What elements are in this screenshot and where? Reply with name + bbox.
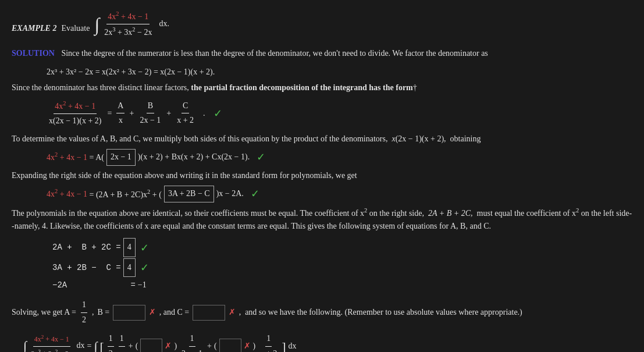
pf-lhs-den: x(2x − 1)(x + 2) [48, 114, 102, 127]
res-1-xp2-den: x + 2 [259, 347, 278, 352]
text2-line: Since the denominator has three distinct… [12, 81, 632, 94]
res-B-input[interactable] [140, 339, 162, 352]
pf-x: x [118, 113, 124, 127]
sys2-check: ✓ [140, 258, 149, 278]
pf-C: C [182, 99, 189, 113]
res-1-2xm1-den: 2x − 1 [180, 347, 204, 352]
res-C-input[interactable] [219, 339, 241, 352]
res-frac-den: 2x3 + 3x2 − 2x [30, 347, 74, 352]
eq2-lhs: 4x2 + 4x − 1 = A( [47, 150, 104, 164]
text4-line: Expanding the right side of the equation… [12, 169, 632, 182]
text5a: The polynomials in the equation above ar… [12, 209, 426, 218]
res-paren2-open: ( [214, 340, 217, 352]
B-xmark: ✗ [149, 306, 156, 319]
res-1-num: 1 [119, 332, 125, 346]
C-input[interactable] [193, 305, 225, 320]
integral-denominator: 2x3 + 3x2 − 2x [103, 24, 153, 39]
res-int1: ∫ 4x2 + 4x − 1 2x3 + 3x2 − 2x dx [23, 333, 85, 352]
res-1-den: x [119, 347, 125, 352]
res-bracket-close: ] [282, 336, 286, 352]
res-half-den: 2 [108, 347, 114, 352]
factoring-line: 2x³ + 3x² − 2x = x(2x² + 3x − 2) = x(2x … [47, 66, 632, 79]
res-dx2: dx [289, 340, 297, 352]
sys-row1: 2A + B + 2C = 4 ✓ [52, 238, 632, 258]
pf-A-frac: A x [116, 99, 124, 127]
res-frac-num: 4x2 + 4x − 1 [33, 333, 70, 346]
equation2-block: 4x2 + 4x − 1 = A( 2x − 1 )(x + 2) + Bx(x… [47, 149, 632, 166]
res-paren1-close: ) [174, 340, 177, 352]
comma1: , [92, 306, 94, 319]
sys1-text: 2A + B + 2C = [52, 240, 121, 255]
pf-A: A [116, 99, 124, 113]
integral-dx: dx. [159, 17, 169, 30]
pf-2xm1: 2x − 1 [138, 113, 162, 127]
pf-plus1: + [129, 107, 134, 120]
evaluate-text: Evaluate [61, 22, 90, 35]
integral-result-block: ∫ 4x2 + 4x − 1 2x3 + 3x2 − 2x dx = ∫ [ 1… [23, 332, 632, 352]
eq2-rhs: )(x + 2) + Bx(x + 2) + Cx(2x − 1). [138, 151, 250, 163]
pf-check: ✓ [214, 105, 222, 122]
factoring-eq: 2x³ + 3x² − 2x = x(2x² + 3x − 2) = x(2x … [47, 67, 215, 76]
res-bracket-open: [ [100, 336, 104, 352]
res-plus4: + [207, 340, 212, 352]
solution-section: SOLUTION Since the degree of the numerat… [12, 47, 632, 60]
A-value: 1 2 [81, 298, 87, 326]
sys3-text: −2A = [52, 278, 136, 293]
pf-lhs: 4x2 + 4x − 1 x(2x − 1)(x + 2) [48, 99, 102, 127]
text3: To determine the values of A, B, and C, … [12, 134, 390, 143]
pf-equals: = [107, 107, 112, 120]
header-integral: ∫ 4x2 + 4x − 1 2x3 + 3x2 − 2x dx. [94, 9, 169, 39]
solving-text: Solving, we get A = [12, 306, 76, 319]
text4: Expanding the right side of the equation… [12, 171, 357, 180]
and-text: , and C = [159, 306, 189, 319]
pf-lhs-num: 4x2 + 4x − 1 [54, 99, 97, 114]
pf-C-frac: C x + 2 [176, 99, 195, 127]
example-label: EXAMPLE 2 [12, 22, 56, 35]
sys3-val: −1 [138, 278, 147, 293]
res-dx: dx [77, 341, 85, 350]
res-B-xmark: ✗ [165, 340, 172, 352]
product-denom2: (2x − 1)(x + 2), [396, 134, 448, 143]
eq2-check: ✓ [257, 149, 265, 166]
B-eq-text: B = [97, 306, 109, 319]
integral-numerator: 4x2 + 4x − 1 [106, 9, 150, 24]
res-half-num: 1 [108, 332, 114, 346]
eq3-box: 3A + 2B − C [164, 186, 214, 202]
sys1-box: 4 [123, 238, 136, 257]
integral-fraction: 4x2 + 4x − 1 2x3 + 3x2 − 2x [103, 9, 153, 39]
solution-text1: Since the degree of the numerator is les… [61, 49, 488, 58]
eq3-rhs: )x − 2A. [216, 187, 244, 200]
res-paren2-close: ) [253, 340, 256, 352]
text3-line: To determine the values of A, B, and C, … [12, 133, 632, 145]
solving-line: Solving, we get A = 1 2 , B = ✗ , and C … [12, 298, 632, 326]
sys2-text: 3A + 2B − C = [52, 260, 121, 276]
sys2-box: 4 [123, 258, 136, 278]
text2: Since the denominator has three distinct… [12, 83, 417, 92]
integral-symbol: ∫ [94, 15, 99, 34]
pf-B: B [147, 99, 154, 113]
B-input[interactable] [113, 305, 145, 320]
pf-dot: . [203, 107, 205, 120]
obtaining: obtaining [450, 134, 481, 143]
text5b: 2A + B + 2C, [428, 209, 473, 218]
A-num: 1 [81, 298, 87, 312]
res-int2: ∫ [94, 336, 98, 352]
system-equations: 2A + B + 2C = 4 ✓ 3A + 2B − C = 4 ✓ −2A … [52, 238, 632, 293]
sys-row2: 3A + 2B − C = 4 ✓ [52, 258, 632, 278]
solution-label: SOLUTION [12, 49, 55, 58]
example-header: EXAMPLE 2 Evaluate ∫ 4x2 + 4x − 1 2x3 + … [12, 9, 632, 39]
res-1-xp2-num: 1 [265, 332, 272, 346]
eq3-lhs: 4x2 + 4x − 1 = (2A + B + 2C)x2 + ( [47, 187, 162, 201]
res-C-xmark: ✗ [244, 340, 251, 352]
partial-fraction-block: 4x2 + 4x − 1 x(2x − 1)(x + 2) = A x + B … [47, 99, 632, 127]
so-text: , and so we have the following. (Remembe… [239, 306, 522, 319]
pf-plus2: + [166, 107, 171, 120]
res-eq: = [87, 340, 92, 352]
res-1-2xm1-num: 1 [189, 332, 195, 346]
C-xmark: ✗ [229, 306, 236, 319]
res-paren1-open: ( [136, 340, 138, 352]
eq3-check: ✓ [251, 186, 259, 202]
sys1-check: ✓ [140, 238, 149, 258]
sys-row3: −2A = −1 [52, 278, 632, 293]
eq2-box: 2x − 1 [106, 149, 136, 165]
